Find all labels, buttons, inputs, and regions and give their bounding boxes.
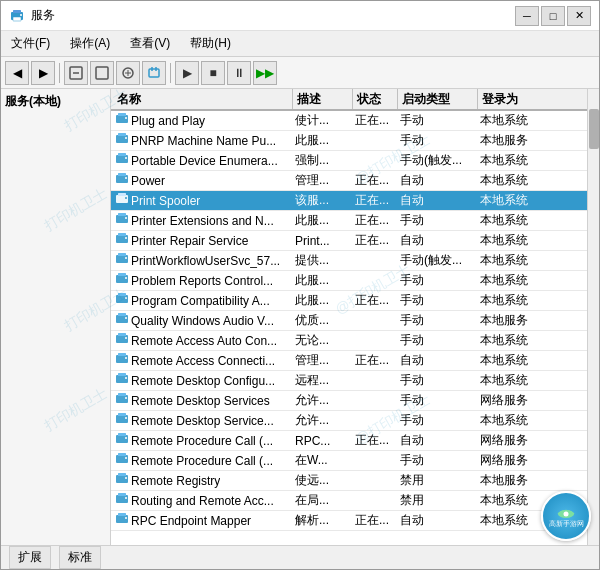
table-row[interactable]: Problem Reports Control...此服...手动本地系统	[111, 271, 587, 291]
col-status[interactable]: 状态	[353, 89, 398, 109]
toolbar-btn-2[interactable]	[90, 61, 114, 85]
service-name: Print Spooler	[131, 194, 200, 208]
svg-point-42	[125, 297, 127, 299]
svg-rect-40	[116, 295, 128, 303]
toolbar-restart[interactable]: ▶▶	[253, 61, 277, 85]
col-name[interactable]: 名称	[113, 89, 293, 109]
service-desc: 远程...	[291, 371, 351, 390]
service-status	[351, 271, 396, 290]
service-login: 本地系统	[476, 351, 556, 370]
toolbar-btn-1[interactable]	[64, 61, 88, 85]
service-startup: 自动	[396, 231, 476, 250]
table-row[interactable]: Portable Device Enumera...强制...手动(触发...本…	[111, 151, 587, 171]
close-button[interactable]: ✕	[567, 6, 591, 26]
service-name: Remote Access Auto Con...	[131, 334, 277, 348]
table-row[interactable]: Routing and Remote Acc...在局...禁用本地系统	[111, 491, 587, 511]
service-desc: RPC...	[291, 431, 351, 450]
svg-rect-16	[116, 135, 128, 143]
table-row[interactable]: PrintWorkflowUserSvc_57...提供...手动(触发...本…	[111, 251, 587, 271]
svg-point-51	[125, 357, 127, 359]
service-name: Portable Device Enumera...	[131, 154, 278, 168]
service-status	[351, 471, 396, 490]
service-name: Remote Access Connecti...	[131, 354, 275, 368]
table-row[interactable]: PNRP Machine Name Pu...此服...手动本地服务	[111, 131, 587, 151]
service-startup: 手动	[396, 331, 476, 350]
sidebar-title: 服务(本地)	[5, 93, 106, 110]
table-row[interactable]: Remote Procedure Call (...在W...手动网络服务	[111, 451, 587, 471]
toolbar-btn-4[interactable]	[142, 61, 166, 85]
service-status	[351, 311, 396, 330]
svg-rect-59	[118, 413, 126, 416]
service-desc: 管理...	[291, 171, 351, 190]
toolbar-stop[interactable]: ■	[201, 61, 225, 85]
menu-action[interactable]: 操作(A)	[64, 33, 116, 54]
toolbar-btn-3[interactable]	[116, 61, 140, 85]
table-row[interactable]: Quality Windows Audio V...优质...手动本地服务	[111, 311, 587, 331]
scrollbar[interactable]	[587, 89, 599, 545]
forward-button[interactable]: ▶	[31, 61, 55, 85]
toolbar-separator-1	[59, 63, 60, 83]
service-desc: 优质...	[291, 311, 351, 330]
table-row[interactable]: Remote Access Auto Con...无论...手动本地系统	[111, 331, 587, 351]
table-row[interactable]: Printer Repair ServicePrint...正在...自动本地系…	[111, 231, 587, 251]
svg-rect-1	[13, 10, 21, 13]
title-text: 服务	[31, 7, 55, 24]
service-desc: 解析...	[291, 511, 351, 530]
svg-point-77	[564, 511, 569, 516]
table-row[interactable]: Remote Registry使远...禁用本地服务	[111, 471, 587, 491]
maximize-button[interactable]: □	[541, 6, 565, 26]
service-icon	[115, 392, 129, 409]
back-button[interactable]: ◀	[5, 61, 29, 85]
title-bar: 服务 ─ □ ✕	[1, 1, 599, 31]
table-row[interactable]: Remote Desktop Service...允许...手动本地系统	[111, 411, 587, 431]
svg-rect-65	[118, 453, 126, 456]
svg-rect-22	[116, 175, 128, 183]
logo-icon	[556, 505, 576, 519]
table-row[interactable]: Power管理...正在...自动本地系统	[111, 171, 587, 191]
service-status	[351, 371, 396, 390]
svg-rect-25	[116, 195, 128, 203]
table-row[interactable]: Remote Procedure Call (...RPC...正在...自动网…	[111, 431, 587, 451]
table-row[interactable]: Remote Access Connecti...管理...正在...自动本地系…	[111, 351, 587, 371]
service-startup: 手动	[396, 451, 476, 470]
table-row[interactable]: Print Spooler该服...正在...自动本地系统	[111, 191, 587, 211]
service-desc: 强制...	[291, 151, 351, 170]
svg-rect-71	[118, 493, 126, 496]
col-login[interactable]: 登录为	[478, 89, 558, 109]
table-body: Plug and Play使计...正在...手动本地系统 PNRP Machi…	[111, 111, 587, 545]
svg-rect-46	[116, 335, 128, 343]
service-name: PrintWorkflowUserSvc_57...	[131, 254, 280, 268]
main-content: 服务(本地) 名称 描述 状态 启动类型 登录为 Plug and Play使计…	[1, 89, 599, 545]
tab-standard[interactable]: 标准	[59, 546, 101, 569]
svg-rect-43	[116, 315, 128, 323]
service-icon	[115, 132, 129, 149]
service-desc: 此服...	[291, 211, 351, 230]
menu-view[interactable]: 查看(V)	[124, 33, 176, 54]
col-desc[interactable]: 描述	[293, 89, 353, 109]
toolbar-pause[interactable]: ⏸	[227, 61, 251, 85]
service-startup: 手动	[396, 111, 476, 130]
svg-rect-41	[118, 293, 126, 296]
scrollbar-thumb[interactable]	[589, 109, 599, 149]
table-row[interactable]: Remote Desktop Services允许...手动网络服务	[111, 391, 587, 411]
toolbar-play[interactable]: ▶	[175, 61, 199, 85]
service-startup: 禁用	[396, 491, 476, 510]
minimize-button[interactable]: ─	[515, 6, 539, 26]
svg-rect-52	[116, 375, 128, 383]
table-row[interactable]: Plug and Play使计...正在...手动本地系统	[111, 111, 587, 131]
tab-expand[interactable]: 扩展	[9, 546, 51, 569]
service-login: 本地服务	[476, 131, 556, 150]
service-status: 正在...	[351, 511, 396, 530]
col-startup[interactable]: 启动类型	[398, 89, 478, 109]
table-row[interactable]: RPC Endpoint Mapper解析...正在...自动本地系统	[111, 511, 587, 531]
table-row[interactable]: Remote Desktop Configu...远程...手动本地系统	[111, 371, 587, 391]
svg-rect-6	[96, 67, 108, 79]
service-icon	[115, 192, 129, 209]
menu-help[interactable]: 帮助(H)	[184, 33, 237, 54]
service-icon	[115, 512, 129, 529]
service-name: Plug and Play	[131, 114, 205, 128]
table-row[interactable]: Printer Extensions and N...此服...正在...手动本…	[111, 211, 587, 231]
logo-badge: 高新手游网	[541, 491, 591, 541]
table-row[interactable]: Program Compatibility A...此服...正在...手动本地…	[111, 291, 587, 311]
menu-file[interactable]: 文件(F)	[5, 33, 56, 54]
